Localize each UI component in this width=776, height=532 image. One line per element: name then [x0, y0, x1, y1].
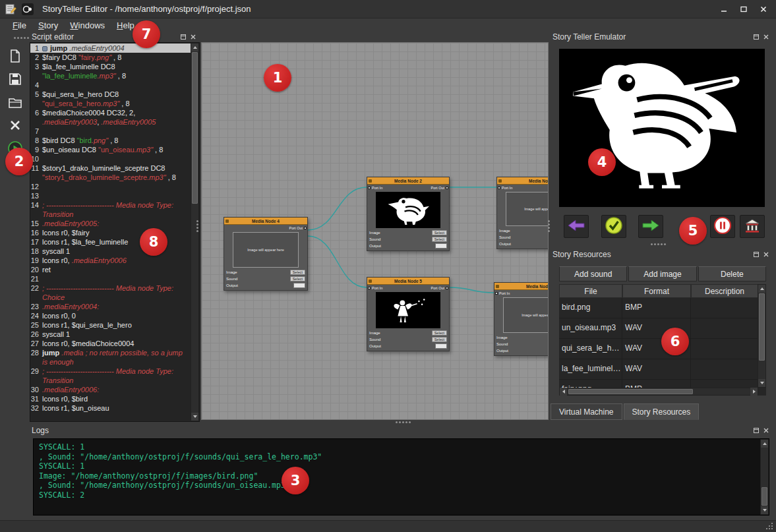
editor-line[interactable]: 9$un_oiseau DC8 "un_oiseau.mp3" , 8 — [30, 145, 199, 154]
menu-story[interactable]: Story — [32, 20, 64, 31]
table-row[interactable]: fairy.pngBMP — [559, 380, 758, 388]
port-out[interactable]: Port Out — [289, 226, 307, 230]
scrollbar-track[interactable] — [761, 448, 768, 506]
select-button[interactable]: Select — [290, 270, 305, 275]
table-vertical-scrollbar[interactable] — [758, 284, 766, 388]
toolbar-grip[interactable] — [14, 35, 16, 40]
editor-line[interactable]: 2$fairy DC8 "fairy.png" , 8 — [30, 53, 199, 62]
table-horizontal-scrollbar[interactable] — [559, 388, 758, 396]
editor-line[interactable]: 25lcons r1, $qui_sera_le_hero — [30, 320, 199, 330]
splitter-handle[interactable] — [396, 421, 398, 423]
port-in[interactable]: Port In — [495, 291, 510, 295]
close-panel-icon[interactable] — [762, 251, 769, 258]
new-script-button[interactable] — [5, 47, 25, 65]
node-canvas[interactable]: Media Node 4Port OutImage will appear he… — [201, 42, 549, 420]
editor-line[interactable]: 8$bird DC8 "bird.png" , 8 — [30, 136, 199, 145]
editor-line[interactable]: 27lcons r0, $mediaChoice0004 — [30, 339, 199, 348]
editor-line[interactable]: 14; ---------------------------- Media n… — [30, 200, 199, 219]
scrollbar-track[interactable] — [567, 388, 750, 395]
table-row[interactable]: un_oiseau.mp3WAV — [559, 318, 758, 339]
editor-scrollbar[interactable] — [191, 43, 199, 421]
scrollbar-track[interactable] — [758, 293, 765, 379]
node-header[interactable]: Media Node 4 — [224, 218, 307, 225]
maximize-button[interactable] — [735, 3, 752, 16]
editor-line[interactable]: 20ret — [30, 265, 199, 274]
select-button[interactable]: Select — [290, 276, 305, 281]
scroll-down-icon[interactable] — [761, 506, 768, 514]
add-image-button[interactable]: Add image — [628, 266, 696, 281]
output-spinner[interactable] — [435, 243, 447, 249]
port-square[interactable] — [368, 287, 371, 289]
script-editor[interactable]: 1jump .mediaEntry00042$fairy DC8 "fairy.… — [30, 42, 200, 422]
port-square[interactable] — [498, 187, 500, 189]
splitter-handle[interactable] — [548, 220, 550, 222]
column-header-file[interactable]: File — [559, 284, 622, 298]
close-panel-icon[interactable] — [762, 34, 769, 41]
logs-output[interactable]: SYSCALL: 1, Sound: "/home/anthony/ostpro… — [33, 438, 769, 516]
select-button[interactable]: Select — [432, 237, 447, 242]
output-spinner[interactable] — [435, 343, 447, 349]
scroll-up-icon[interactable] — [758, 285, 765, 293]
table-row[interactable]: bird.pngBMP — [559, 298, 758, 318]
table-row[interactable]: la_fee_luminelle.mp3WAV — [559, 359, 758, 380]
editor-line[interactable]: 23.mediaEntry0004: — [30, 302, 199, 311]
menu-windows[interactable]: Windows — [64, 20, 111, 31]
select-button[interactable]: Select — [432, 230, 447, 235]
editor-line[interactable]: 10 — [30, 154, 199, 163]
port-square[interactable] — [446, 287, 448, 289]
column-header-description[interactable]: Description — [691, 284, 758, 298]
editor-line[interactable]: 28jump .media ; no return possible, so a… — [30, 348, 199, 367]
editor-line[interactable]: 7 — [30, 127, 199, 136]
editor-line[interactable]: 3$la_fee_luminelle DC8 "la_fee_luminelle… — [30, 62, 199, 80]
editor-line[interactable]: 31lcons r0, $bird — [30, 394, 199, 403]
emulator-back-button[interactable] — [564, 215, 589, 238]
close-panel-icon[interactable] — [189, 34, 196, 41]
port-square[interactable] — [304, 227, 307, 229]
emulator-home-button[interactable] — [740, 215, 765, 238]
tab-virtual-machine[interactable]: Virtual Machine — [551, 403, 622, 420]
resize-grip[interactable] — [766, 523, 773, 529]
select-button[interactable]: Select — [432, 337, 447, 342]
media-node[interactable]: Media Node 6Port InPort OutImage will ap… — [494, 282, 549, 356]
editor-line[interactable]: 30.mediaEntry0006: — [30, 385, 199, 394]
add-sound-button[interactable]: Add sound — [559, 266, 627, 281]
float-panel-icon[interactable] — [752, 427, 760, 434]
editor-line[interactable]: 21 — [30, 274, 199, 283]
editor-line[interactable]: 13 — [30, 191, 199, 200]
scrollbar-track[interactable] — [191, 51, 198, 413]
editor-line[interactable]: 22; ---------------------------- Media n… — [30, 283, 199, 302]
editor-line[interactable]: 24lcons r0, 0 — [30, 311, 199, 320]
float-panel-icon[interactable] — [752, 34, 760, 41]
column-header-format[interactable]: Format — [622, 284, 691, 298]
editor-line[interactable]: 19lcons r0, .mediaEntry0006 — [30, 256, 199, 265]
menu-file[interactable]: File — [7, 20, 32, 31]
scroll-up-icon[interactable] — [761, 440, 768, 448]
port-out[interactable]: Port Out — [431, 186, 448, 190]
editor-line[interactable]: 18syscall 1 — [30, 247, 199, 256]
scrollbar-thumb[interactable] — [192, 52, 198, 204]
port-in[interactable]: Port In — [368, 186, 382, 190]
editor-line[interactable]: 16lcons r0, $fairy — [30, 228, 199, 237]
port-in[interactable]: Port In — [498, 186, 512, 190]
minimize-button[interactable] — [715, 3, 732, 16]
node-header[interactable]: Media Node 2 — [367, 177, 449, 185]
emulator-forward-button[interactable] — [638, 215, 663, 238]
scroll-left-icon[interactable] — [560, 388, 567, 396]
scroll-up-icon[interactable] — [191, 44, 198, 51]
editor-line[interactable]: 6$mediaChoice0004 DC32, 2, .mediaEntry00… — [30, 108, 199, 127]
editor-line[interactable]: 29; ---------------------------- Media n… — [30, 367, 199, 385]
scroll-down-icon[interactable] — [191, 413, 198, 421]
media-node[interactable]: Media Node 3Port InPort OutImage will ap… — [496, 177, 549, 249]
port-square[interactable] — [446, 187, 448, 189]
scrollbar-thumb[interactable] — [759, 293, 765, 361]
tab-story-resources[interactable]: Story Resources — [624, 403, 700, 420]
editor-line[interactable]: 4 — [30, 80, 199, 90]
select-button[interactable]: Select — [432, 330, 447, 336]
delete-button[interactable]: Delete — [698, 266, 766, 281]
scrollbar-thumb[interactable] — [568, 389, 693, 394]
close-panel-icon[interactable] — [762, 427, 769, 434]
node-header[interactable]: Media Node 6 — [494, 283, 549, 290]
close-button[interactable] — [755, 3, 772, 16]
media-node[interactable]: Media Node 5Port InPort Out ImageSelectS… — [367, 277, 450, 351]
media-node[interactable]: Media Node 4Port OutImage will appear he… — [224, 217, 308, 291]
